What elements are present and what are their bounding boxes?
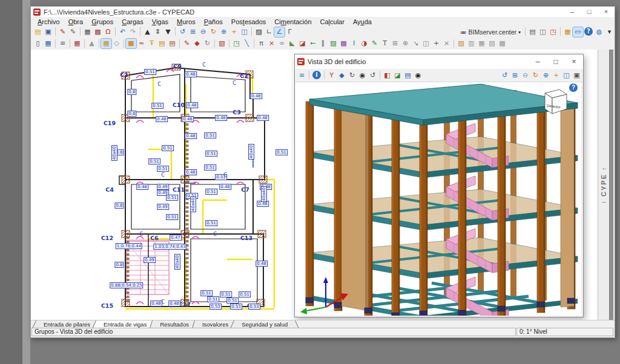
keypad-icon[interactable]: ▦: [101, 39, 111, 48]
send-window-icon[interactable]: ◫: [239, 27, 249, 37]
texture-icon[interactable]: ▨: [254, 27, 264, 37]
align-beams-icon[interactable]: ∥: [318, 39, 328, 48]
rebar-detail-icon[interactable]: ▧: [487, 39, 497, 48]
dimension-icon[interactable]: ⊞: [390, 39, 400, 48]
panel-red-icon[interactable]: ▧: [217, 39, 227, 48]
ground-beam-icon[interactable]: ◣: [287, 39, 297, 48]
menu-obra[interactable]: Obra: [64, 18, 87, 27]
delete-beam-icon[interactable]: ×: [266, 39, 277, 48]
add-icon[interactable]: +: [431, 39, 441, 48]
t-beam-icon[interactable]: T: [380, 39, 390, 48]
shield-icon[interactable]: ◆: [337, 71, 347, 80]
info-icon[interactable]: i: [312, 71, 321, 79]
help-icon[interactable]: ?: [584, 27, 593, 36]
menu-pa-os[interactable]: Paños: [200, 18, 227, 27]
update-icon[interactable]: ▦: [562, 27, 573, 37]
windows-icon[interactable]: ▭: [573, 27, 583, 37]
purple-panel-icon[interactable]: ▩: [338, 39, 349, 48]
panel-red-icon[interactable]: ◧: [382, 71, 392, 80]
hatch-table-icon[interactable]: ▩: [93, 27, 103, 37]
menu-vigas[interactable]: Vigas: [148, 18, 173, 27]
target-icon[interactable]: ⊕: [400, 39, 411, 48]
menu-cargas[interactable]: Cargas: [117, 18, 147, 27]
group-views-icon[interactable]: ▦: [43, 39, 53, 48]
viewer-minimize-button[interactable]: –: [529, 54, 547, 69]
plan-canvas[interactable]: C1C9C2C19C10C3C4C11C7C12C6C13C15C17C140.…: [31, 50, 598, 320]
rebar-cross-icon[interactable]: ▩: [497, 39, 507, 48]
window-titlebar[interactable]: F:\...\Vivienda4Niveles_Estructura.c3e -…: [31, 7, 615, 17]
menu-calcular[interactable]: Calcular: [316, 18, 349, 27]
viewer-canvas[interactable]: Derecho ?: [295, 82, 581, 316]
view-cube[interactable]: Derecho: [545, 89, 567, 114]
slab-edit-icon[interactable]: ▤: [167, 39, 177, 48]
floor-plan[interactable]: C1C9C2C19C10C3C4C11C7C12C6C13C15C17C140.…: [112, 60, 294, 320]
edit-plot-icon[interactable]: ✎: [58, 27, 68, 37]
move-icon[interactable]: ↘: [411, 39, 421, 48]
view-mode-icon[interactable]: ◉: [357, 71, 368, 80]
menu-muros[interactable]: Muros: [173, 18, 200, 27]
flame-icon[interactable]: ▲: [87, 39, 97, 48]
snap-angle-icon[interactable]: ∠: [274, 27, 285, 37]
ortho-icon[interactable]: ∟: [264, 27, 274, 37]
rotate-model-icon[interactable]: ↻: [347, 71, 357, 80]
snapshot-icon[interactable]: ▣: [572, 71, 582, 80]
insert-beam-icon[interactable]: ◳: [231, 39, 242, 48]
arrow-beam-icon[interactable]: ←: [308, 39, 318, 48]
visibility-icon[interactable]: ◉: [413, 71, 423, 80]
group-select-icon[interactable]: ⇕: [153, 27, 163, 37]
copy-icon[interactable]: ◫: [421, 39, 431, 48]
menu-postesados[interactable]: Postesados: [227, 18, 271, 27]
zoom-out-icon[interactable]: ⊖: [520, 71, 530, 80]
rotate-view-icon[interactable]: ↺: [500, 71, 510, 80]
sketch-icon[interactable]: ✎: [369, 39, 380, 48]
viewer-maximize-button[interactable]: □: [547, 54, 565, 69]
zoom-window-icon[interactable]: ⊕: [541, 71, 551, 80]
hydrant-icon[interactable]: ◆: [192, 39, 202, 48]
redraw-icon[interactable]: ↻: [530, 71, 541, 80]
undo-icon[interactable]: ↶: [117, 27, 128, 37]
send-view-icon[interactable]: ◫: [561, 71, 572, 80]
slab-icon[interactable]: ▤: [157, 39, 167, 48]
zoom-extents-icon[interactable]: ⊞: [510, 71, 520, 80]
bimserver-dropdown[interactable]: ∞ BIMserver.center ▾: [461, 28, 523, 36]
group-up-icon[interactable]: ▲: [142, 27, 153, 37]
close-button[interactable]: ×: [598, 7, 615, 17]
level-indicator[interactable]: 0: 1° Nivel: [516, 328, 613, 336]
tag-icon[interactable]: ◇: [111, 39, 122, 48]
zoom-window-icon[interactable]: ⊕: [219, 27, 229, 37]
pan-icon[interactable]: +: [229, 27, 239, 37]
menu-grupos[interactable]: Grupos: [87, 18, 117, 27]
save-icon[interactable]: ▣: [43, 27, 53, 37]
load-anchor-icon[interactable]: Ŧ: [147, 39, 157, 48]
minimize-button[interactable]: –: [564, 7, 581, 17]
print-icon[interactable]: ▤: [527, 27, 538, 37]
stairs-icon[interactable]: ≡: [58, 39, 68, 48]
measure-icon[interactable]: Γ: [285, 27, 295, 37]
redo-icon[interactable]: ↷: [128, 27, 138, 37]
export-icon[interactable]: ◳: [548, 27, 558, 37]
zoom-out-icon[interactable]: ⊖: [198, 27, 208, 37]
rotate-small-icon[interactable]: ↻: [202, 39, 213, 48]
reference-table-icon[interactable]: ▦: [82, 27, 93, 37]
orbit-icon[interactable]: ↺: [368, 71, 378, 80]
text-style-icon[interactable]: I: [349, 39, 359, 48]
viewer-close-button[interactable]: ×: [565, 54, 583, 69]
viewer-help-button[interactable]: ?: [569, 83, 578, 92]
remove-icon[interactable]: ×: [441, 39, 452, 48]
panel-blue-icon[interactable]: ▤: [403, 71, 413, 80]
panel-green-icon[interactable]: ◪: [392, 71, 403, 80]
flat-beam-icon[interactable]: π: [256, 39, 266, 48]
menu-archivo[interactable]: Archivo: [33, 18, 64, 27]
snap-magnet-icon[interactable]: Ω: [103, 27, 113, 37]
redraw-icon[interactable]: ↻: [208, 27, 219, 37]
diagonal-beam-icon[interactable]: ╲: [242, 39, 252, 48]
column-display-icon[interactable]: ▯: [33, 39, 43, 48]
rebar-grid-icon[interactable]: ▥: [466, 39, 477, 48]
pan-icon[interactable]: +: [551, 71, 561, 80]
print-preview-icon[interactable]: ◫: [538, 27, 548, 37]
join-beam-icon[interactable]: ∞: [277, 39, 287, 48]
section-icon[interactable]: ◑: [359, 39, 369, 48]
menu-cimentaci-n[interactable]: Cimentación: [270, 18, 315, 27]
rebar-mesh-icon[interactable]: ▦: [477, 39, 487, 48]
axes-icon[interactable]: Y: [326, 71, 337, 80]
